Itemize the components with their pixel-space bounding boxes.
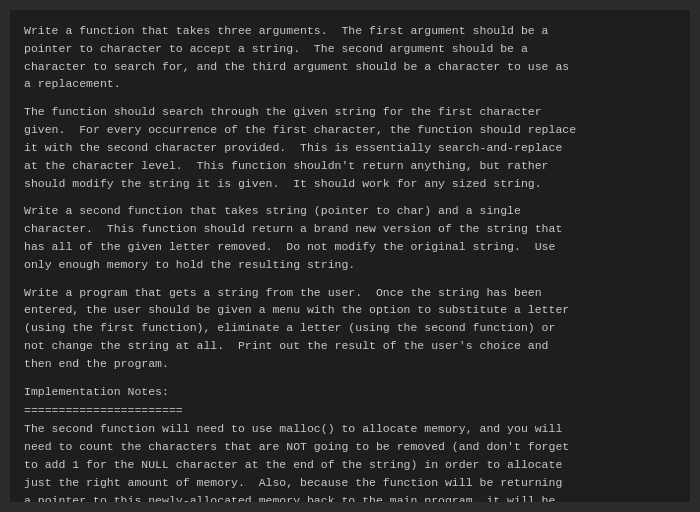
impl-body: The second function will need to use mal… — [24, 420, 676, 502]
section-3-text: Write a second function that takes strin… — [24, 202, 676, 273]
section-1-text: Write a function that takes three argume… — [24, 22, 676, 93]
section-3: Write a second function that takes strin… — [24, 202, 676, 273]
section-2: The function should search through the g… — [24, 103, 676, 192]
section-impl: Implementation Notes: ==================… — [24, 383, 676, 502]
section-2-text: The function should search through the g… — [24, 103, 676, 192]
impl-header: Implementation Notes: — [24, 383, 676, 401]
section-4-text: Write a program that gets a string from … — [24, 284, 676, 373]
impl-divider: ======================= — [24, 402, 676, 420]
section-4: Write a program that gets a string from … — [24, 284, 676, 373]
section-1: Write a function that takes three argume… — [24, 22, 676, 93]
terminal-window: Write a function that takes three argume… — [10, 10, 690, 502]
